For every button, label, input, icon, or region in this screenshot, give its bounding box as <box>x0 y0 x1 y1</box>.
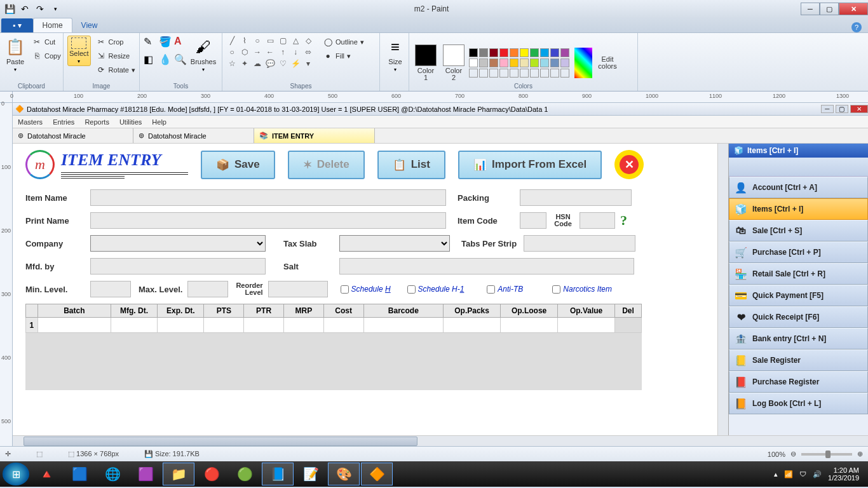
picker-tool-icon[interactable]: 💧 <box>159 53 173 70</box>
edit-colors-button[interactable]: Edit colors <box>595 55 620 71</box>
text-tool-icon[interactable]: A <box>174 36 188 52</box>
shapes-gallery[interactable]: ╱⌇○▭▢△◇ ○⬡→←↑↓⬄ ☆✦☁💬♡⚡▾ <box>226 36 314 69</box>
sidebar-item-sale[interactable]: 🛍Sale [Ctrl + S] <box>729 220 868 241</box>
tray-network-icon[interactable]: 📶 <box>784 470 793 478</box>
task-paint[interactable]: 🎨 <box>328 463 360 485</box>
pencil-tool-icon[interactable]: ✎ <box>144 36 158 52</box>
outline-button[interactable]: ◯Outline▾ <box>320 36 367 48</box>
close-button[interactable]: ✕ <box>839 3 868 15</box>
hsn-code-field[interactable] <box>580 212 615 229</box>
packing-field[interactable] <box>520 189 632 206</box>
sidebar-item-purchreg[interactable]: 📕Purchase Register <box>729 371 868 393</box>
anti-tb-checkbox[interactable]: Anti-TB <box>487 285 523 294</box>
zoom-out-button[interactable]: ⊖ <box>790 450 796 458</box>
item-code-field[interactable] <box>520 212 546 229</box>
tax-slab-select[interactable] <box>339 235 450 252</box>
min-level-field[interactable] <box>90 281 131 297</box>
sidebar-item-items[interactable]: 🧊Items [Ctrl + I] <box>729 198 868 220</box>
zoom-slider[interactable] <box>801 453 852 456</box>
narcotics-checkbox[interactable]: Narcotics Item <box>552 285 612 294</box>
inner-tab-0[interactable]: ⊚Datotahost Miracle <box>13 128 133 143</box>
help-question-icon[interactable]: ? <box>620 212 627 229</box>
menu-reports[interactable]: Reports <box>85 118 109 126</box>
file-tab[interactable]: ▪ ▾ <box>1 18 33 32</box>
import-button[interactable]: 📊Import From Excel <box>458 151 602 179</box>
salt-field[interactable] <box>339 258 634 274</box>
table-row[interactable]: 1 <box>26 318 642 333</box>
copy-button[interactable]: ⎘Copy <box>29 50 64 62</box>
tray-shield-icon[interactable]: 🛡 <box>799 470 806 478</box>
tab-view[interactable]: View <box>72 18 107 32</box>
inner-minimize-button[interactable]: ─ <box>821 105 834 113</box>
save-button[interactable]: 📦Save <box>201 151 275 179</box>
inner-vscrollbar[interactable] <box>717 144 728 435</box>
task-pharmacy[interactable]: 🔶 <box>361 463 393 485</box>
sidebar-item-account[interactable]: 👤Account [Ctrl + A] <box>729 177 868 198</box>
sidebar-item-salereg[interactable]: 📒Sale Register <box>729 349 868 371</box>
brushes-button[interactable]: 🖌 Brushes ▾ <box>191 36 216 74</box>
paint-canvas[interactable]: 🔶 Datotahost Miracle Pharmacy #181218 [E… <box>13 103 868 435</box>
color1-button[interactable]: Color 1 <box>413 43 438 83</box>
resize-button[interactable]: ⇲Resize <box>93 50 138 62</box>
help-icon[interactable]: ? <box>851 22 862 32</box>
inner-tab-1[interactable]: ⊚Datotahost Miracle <box>133 128 254 143</box>
fill-tool-icon[interactable]: 🪣 <box>159 36 173 52</box>
print-name-field[interactable] <box>90 212 446 229</box>
eraser-tool-icon[interactable]: ◧ <box>144 53 158 70</box>
tray-up-icon[interactable]: ▴ <box>774 470 778 478</box>
task-snip[interactable]: 🟦 <box>64 463 95 485</box>
task-ie[interactable]: 🌐 <box>97 463 128 485</box>
sidebar-item-retail[interactable]: 🏪Retail Sale [Ctrl + R] <box>729 263 868 285</box>
magnifier-tool-icon[interactable]: 🔍 <box>174 53 188 70</box>
task-chrome[interactable]: 🟢 <box>229 463 261 485</box>
item-name-field[interactable] <box>90 189 446 206</box>
task-app1[interactable]: 🟪 <box>130 463 161 485</box>
inner-close-button[interactable]: ✕ <box>850 105 868 113</box>
start-button[interactable]: ⊞ <box>3 463 29 485</box>
mfd-by-field[interactable] <box>90 258 266 274</box>
list-button[interactable]: 📋List <box>377 151 445 179</box>
select-button[interactable]: Select ▾ <box>67 36 91 66</box>
form-close-button[interactable]: ✕ <box>614 150 644 179</box>
fill-button[interactable]: ●Fill▾ <box>320 50 367 62</box>
cut-button[interactable]: ✂Cut <box>29 36 64 48</box>
crop-button[interactable]: ✂Crop <box>93 36 138 48</box>
company-select[interactable] <box>90 235 266 252</box>
sidebar-item-quickrec[interactable]: ❤Quick Receipt [F6] <box>729 306 868 328</box>
tray-clock[interactable]: 1:20 AM 1/23/2019 <box>828 466 859 482</box>
tray-volume-icon[interactable]: 🔊 <box>813 470 822 478</box>
task-explorer[interactable]: 📁 <box>163 463 194 485</box>
schedule-h-checkbox[interactable]: Schedule H <box>341 285 391 294</box>
qat-redo-icon[interactable]: ↷ <box>33 2 47 16</box>
paste-button[interactable]: 📋 Paste ▾ <box>4 36 27 74</box>
zoom-in-button[interactable]: ⊕ <box>857 450 863 458</box>
qat-save-icon[interactable]: 💾 <box>3 2 17 16</box>
task-vlc[interactable]: 🔺 <box>31 463 62 485</box>
sidebar-item-bank[interactable]: 🏦Bank entry [Ctrl + N] <box>729 328 868 349</box>
menu-utilities[interactable]: Utilities <box>119 118 142 126</box>
schedule-h1-checkbox[interactable]: Schedule H-1 <box>407 285 465 294</box>
menu-entries[interactable]: Entries <box>53 118 74 126</box>
qat-dropdown-icon[interactable]: ▾ <box>48 2 62 16</box>
delete-button[interactable]: ✶Delete <box>288 151 365 179</box>
task-opera[interactable]: 🔴 <box>196 463 227 485</box>
task-word[interactable]: 📘 <box>262 463 294 485</box>
menu-help[interactable]: Help <box>152 118 166 126</box>
max-level-field[interactable] <box>187 281 228 297</box>
menu-masters[interactable]: Masters <box>18 118 43 126</box>
inner-maximize-button[interactable]: ▢ <box>836 105 848 113</box>
task-notes[interactable]: 📝 <box>295 463 327 485</box>
color-palette[interactable] <box>469 48 569 78</box>
minimize-button[interactable]: ─ <box>801 3 820 15</box>
size-button[interactable]: ≡Size▾ <box>384 36 407 74</box>
inner-hscrollbar[interactable] <box>13 435 868 446</box>
rotate-button[interactable]: ⟳Rotate▾ <box>93 64 138 76</box>
tab-home[interactable]: Home <box>33 18 72 32</box>
sidebar-item-purchase[interactable]: 🛒Purchase [Ctrl + P] <box>729 241 868 263</box>
inner-tab-2[interactable]: 📚ITEM ENTRY <box>254 128 375 143</box>
tabs-strip-field[interactable] <box>524 235 635 252</box>
maximize-button[interactable]: ▢ <box>820 3 839 15</box>
batch-grid[interactable]: Batch Mfg. Dt. Exp. Dt. PTS PTR MRP Cost… <box>25 304 642 333</box>
qat-undo-icon[interactable]: ↶ <box>18 2 32 16</box>
reorder-field[interactable] <box>268 281 328 297</box>
